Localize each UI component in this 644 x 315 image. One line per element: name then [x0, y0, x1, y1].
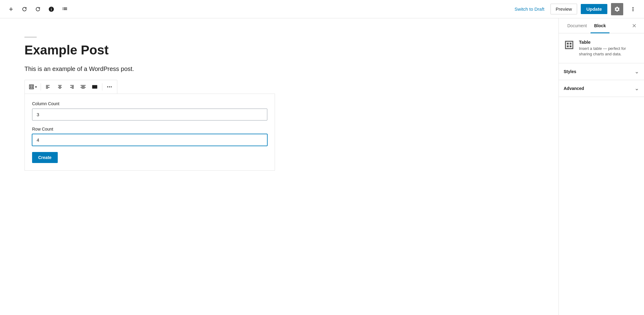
align-full-icon: [92, 84, 98, 90]
align-center-icon: [57, 84, 63, 90]
advanced-section-title: Advanced: [564, 86, 584, 91]
undo-button[interactable]: [18, 3, 31, 15]
redo-icon: [35, 6, 41, 12]
tab-document[interactable]: Document: [564, 18, 591, 33]
block-type-table-button[interactable]: ▾: [27, 81, 39, 92]
row-count-label: Row Count: [32, 127, 267, 132]
preview-button[interactable]: Preview: [551, 4, 577, 14]
dropdown-arrow: ▾: [35, 85, 37, 89]
styles-section: Styles ⌄: [559, 63, 644, 80]
align-center-button[interactable]: [54, 81, 65, 92]
align-full-button[interactable]: [89, 81, 100, 92]
sidebar-close-button[interactable]: [629, 21, 639, 31]
list-view-button[interactable]: [59, 3, 71, 15]
more-vertical-icon: [630, 6, 636, 12]
advanced-section: Advanced ⌄: [559, 80, 644, 97]
column-count-label: Column Count: [32, 101, 267, 106]
block-table-icon: [564, 39, 575, 50]
advanced-section-header[interactable]: Advanced ⌄: [559, 80, 644, 97]
block-info: Table Insert a table — perfect for shari…: [559, 33, 644, 63]
block-description-text: Insert a table — perfect for sharing cha…: [579, 46, 639, 57]
column-count-input[interactable]: [32, 109, 267, 120]
block-name-label: Table: [579, 39, 639, 45]
table-setup-form: Column Count Row Count Create: [24, 94, 275, 171]
table-icon: [28, 84, 35, 90]
align-wide-button[interactable]: [78, 81, 89, 92]
settings-button[interactable]: [611, 3, 623, 15]
block-description-area: Table Insert a table — perfect for shari…: [579, 39, 639, 57]
styles-section-header[interactable]: Styles ⌄: [559, 63, 644, 80]
update-button[interactable]: Update: [581, 4, 607, 14]
column-count-group: Column Count: [32, 101, 267, 120]
gear-icon: [614, 6, 620, 12]
align-left-icon: [45, 84, 51, 90]
align-wide-icon: [80, 84, 86, 90]
block-toolbar: ▾: [24, 80, 117, 94]
table-block-icon: [564, 39, 575, 50]
toolbar-separator-2: [102, 83, 102, 91]
sidebar: Document Block Table Insert a table — pe…: [558, 18, 644, 315]
styles-section-title: Styles: [564, 69, 576, 74]
more-block-options-button[interactable]: [104, 81, 115, 92]
main-area: Example Post This is an example of a Wor…: [0, 18, 644, 315]
toolbar-separator-1: [41, 83, 41, 91]
list-view-icon: [62, 6, 68, 12]
post-title: Example Post: [24, 43, 534, 58]
editor-area: Example Post This is an example of a Wor…: [0, 18, 558, 315]
align-left-button[interactable]: [43, 81, 54, 92]
tab-block[interactable]: Block: [591, 18, 609, 33]
align-right-button[interactable]: [66, 81, 77, 92]
more-horiz-icon: [107, 84, 113, 90]
svg-rect-0: [92, 85, 97, 89]
row-count-input[interactable]: [32, 134, 267, 146]
title-separator: [24, 37, 37, 38]
toolbar-right: Switch to Draft Preview Update: [512, 3, 639, 15]
plus-icon: [8, 6, 14, 12]
top-toolbar: Switch to Draft Preview Update: [0, 0, 644, 18]
redo-button[interactable]: [32, 3, 44, 15]
close-icon: [631, 23, 637, 28]
post-excerpt: This is an example of a WordPress post.: [24, 64, 534, 74]
create-table-button[interactable]: Create: [32, 152, 58, 163]
undo-icon: [21, 6, 27, 12]
add-block-button[interactable]: [5, 3, 17, 15]
info-icon: [48, 6, 54, 12]
switch-to-draft-button[interactable]: Switch to Draft: [512, 6, 547, 12]
info-button[interactable]: [45, 3, 57, 15]
styles-chevron-icon: ⌄: [635, 68, 639, 75]
advanced-chevron-icon: ⌄: [635, 85, 639, 92]
align-right-icon: [68, 84, 75, 90]
block-toolbar-container: ▾: [24, 80, 534, 171]
row-count-group: Row Count: [32, 127, 267, 146]
sidebar-tabs: Document Block: [559, 18, 644, 33]
more-options-button[interactable]: [627, 3, 639, 15]
toolbar-left: [5, 3, 512, 15]
